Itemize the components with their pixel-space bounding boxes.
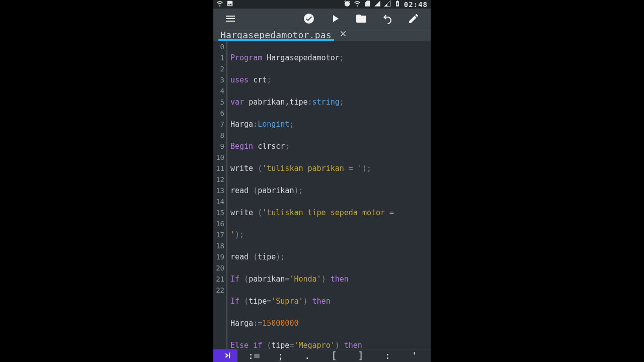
line-number: 4 <box>213 85 224 97</box>
hamburger-icon <box>224 13 236 25</box>
compile-button[interactable] <box>299 9 319 29</box>
symbol-key[interactable]: := <box>247 349 261 361</box>
signal2-icon <box>384 0 391 9</box>
folder-button[interactable] <box>351 9 371 29</box>
status-clock: 02:48 <box>404 1 428 9</box>
status-bar: 02:48 <box>213 0 431 9</box>
line-number: 10 <box>213 152 224 163</box>
sim-icon <box>364 0 371 9</box>
line-number: 22 <box>213 285 224 296</box>
symbol-key[interactable]: [ <box>327 349 341 361</box>
pencil-icon <box>408 13 420 25</box>
symbol-key[interactable]: ' <box>407 349 421 361</box>
line-number: 2 <box>213 63 224 74</box>
symbol-key[interactable]: ; <box>274 349 288 361</box>
undo-icon <box>381 13 393 25</box>
check-circle-icon <box>303 13 315 25</box>
edit-button[interactable] <box>404 9 424 29</box>
symbol-bar: := ; . [ ] : ' <box>213 349 431 362</box>
line-number: 11 <box>213 163 224 174</box>
symbol-key[interactable]: : <box>380 349 394 361</box>
image-icon <box>226 0 233 9</box>
line-number: 12 <box>213 174 224 185</box>
run-button[interactable] <box>325 9 345 29</box>
line-number: 7 <box>213 119 224 130</box>
line-number: 6 <box>213 108 224 119</box>
folder-icon <box>355 13 367 25</box>
wifi-icon <box>216 0 223 9</box>
menu-button[interactable] <box>220 9 240 29</box>
line-number: 3 <box>213 74 224 85</box>
tab-close-button[interactable] <box>339 29 348 40</box>
line-number: 20 <box>213 262 224 274</box>
symbol-key[interactable]: . <box>300 349 314 361</box>
line-number-gutter: 0 1 2 3 4 5 6 7 8 9 10 11 12 13 14 15 16… <box>213 41 227 349</box>
code-editor[interactable]: 0 1 2 3 4 5 6 7 8 9 10 11 12 13 14 15 16… <box>213 41 431 349</box>
tab-filename[interactable]: Hargasepedamotor.pas <box>220 30 332 40</box>
battery-icon <box>394 0 401 9</box>
line-number: 13 <box>213 185 224 196</box>
line-number: 1 <box>213 52 224 63</box>
line-number: 17 <box>213 229 224 240</box>
line-number: 18 <box>213 240 224 251</box>
signal-icon <box>374 0 381 9</box>
tab-key-button[interactable] <box>213 349 237 362</box>
symbol-key[interactable]: ] <box>354 349 368 361</box>
tab-icon <box>220 350 231 361</box>
line-number: 0 <box>213 41 224 52</box>
svg-point-0 <box>304 14 314 24</box>
line-number: 19 <box>213 251 224 262</box>
alarm-icon <box>344 0 351 9</box>
line-number: 5 <box>213 97 224 108</box>
line-number: 16 <box>213 218 224 229</box>
tab-bar: Hargasepedamotor.pas <box>213 29 431 41</box>
line-number: 8 <box>213 130 224 141</box>
line-number: 9 <box>213 141 224 152</box>
play-icon <box>329 13 341 25</box>
line-number: 15 <box>213 207 224 218</box>
line-number: 21 <box>213 274 224 285</box>
line-number: 14 <box>213 196 224 207</box>
app-toolbar <box>213 9 431 29</box>
code-area[interactable]: Program Hargasepedamotor; uses crt; var … <box>227 41 431 349</box>
close-icon <box>339 29 348 38</box>
phone-frame: 02:48 Hargasepedamotor.pas <box>213 0 431 362</box>
undo-button[interactable] <box>377 9 397 29</box>
wifi2-icon <box>354 0 361 9</box>
